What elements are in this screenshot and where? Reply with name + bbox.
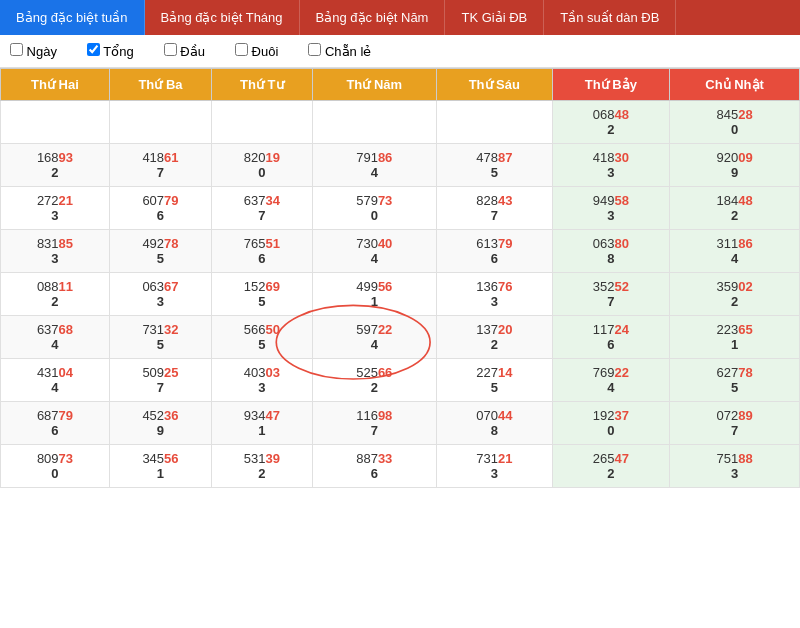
cell-main-8-4: 73121 <box>441 451 548 466</box>
cell-main-5-4: 13720 <box>441 322 548 337</box>
cell-red-1-4: 87 <box>498 150 512 165</box>
cell-sub-5-0: 4 <box>5 337 105 352</box>
cell-sub-6-0: 4 <box>5 380 105 395</box>
col-header-6: Chủ Nhật <box>670 69 800 101</box>
cell-red-3-6: 86 <box>738 236 752 251</box>
table-cell-8-5: 265472 <box>552 445 669 488</box>
cell-red-5-5: 24 <box>615 322 629 337</box>
table-cell-5-0: 637684 <box>1 316 110 359</box>
nav-tab-3[interactable]: TK Giải ĐB <box>445 0 544 35</box>
filter-label-4[interactable]: Chẵn lẻ <box>308 43 371 59</box>
filter-checkbox-4[interactable] <box>308 43 321 56</box>
filter-label-1[interactable]: Tổng <box>87 43 134 59</box>
table-cell-0-5: 068482 <box>552 101 669 144</box>
cell-sub-6-2: 3 <box>216 380 308 395</box>
cell-sub-8-5: 2 <box>557 466 665 481</box>
filter-checkbox-0[interactable] <box>10 43 23 56</box>
nav-tabs: Bảng đặc biệt tuầnBảng đặc biệt ThángBản… <box>0 0 800 35</box>
cell-sub-4-3: 1 <box>317 294 432 309</box>
col-header-1: Thứ Ba <box>109 69 211 101</box>
table-row: 8318534927857655167304046137960638083118… <box>1 230 800 273</box>
col-header-5: Thứ Bảy <box>552 69 669 101</box>
table-cell-2-4: 828437 <box>436 187 552 230</box>
cell-red-7-5: 37 <box>615 408 629 423</box>
cell-red-5-3: 22 <box>378 322 392 337</box>
cell-red-0-5: 48 <box>615 107 629 122</box>
cell-red-3-5: 80 <box>615 236 629 251</box>
table-cell-8-3: 887336 <box>312 445 436 488</box>
cell-red-4-5: 52 <box>615 279 629 294</box>
table-cell-5-3: 597224 <box>312 316 436 359</box>
cell-main-5-6: 22365 <box>674 322 795 337</box>
filter-item-0: Ngày <box>10 43 57 59</box>
col-header-0: Thứ Hai <box>1 69 110 101</box>
table-cell-4-4: 136763 <box>436 273 552 316</box>
filter-item-4: Chẵn lẻ <box>308 43 371 59</box>
cell-red-6-3: 66 <box>378 365 392 380</box>
col-header-3: Thứ Năm <box>312 69 436 101</box>
nav-tab-2[interactable]: Bảng đặc biệt Năm <box>300 0 446 35</box>
cell-main-7-3: 11698 <box>317 408 432 423</box>
filter-label-2[interactable]: Đầu <box>164 43 205 59</box>
table-cell-1-1: 418617 <box>109 144 211 187</box>
table-cell-3-1: 492785 <box>109 230 211 273</box>
cell-main-7-0: 68779 <box>5 408 105 423</box>
cell-red-0-6: 28 <box>738 107 752 122</box>
cell-main-3-5: 06380 <box>557 236 665 251</box>
cell-main-3-6: 31186 <box>674 236 795 251</box>
filter-checkbox-1[interactable] <box>87 43 100 56</box>
table-cell-6-5: 769224 <box>552 359 669 402</box>
cell-sub-7-2: 1 <box>216 423 308 438</box>
cell-red-4-1: 67 <box>164 279 178 294</box>
cell-main-5-1: 73132 <box>114 322 207 337</box>
col-header-4: Thứ Sáu <box>436 69 552 101</box>
filter-checkbox-2[interactable] <box>164 43 177 56</box>
filter-label-3[interactable]: Đuôi <box>235 43 278 59</box>
filter-label-0[interactable]: Ngày <box>10 43 57 59</box>
cell-main-4-0: 08811 <box>5 279 105 294</box>
cell-sub-2-3: 0 <box>317 208 432 223</box>
nav-tab-0[interactable]: Bảng đặc biệt tuần <box>0 0 145 35</box>
table-cell-6-3: 525662 <box>312 359 436 402</box>
table-cell-0-2 <box>211 101 312 144</box>
nav-tab-4[interactable]: Tần suất dàn ĐB <box>544 0 676 35</box>
cell-main-4-5: 35252 <box>557 279 665 294</box>
nav-tab-1[interactable]: Bảng đặc biệt Tháng <box>145 0 300 35</box>
cell-sub-4-5: 7 <box>557 294 665 309</box>
cell-sub-6-6: 5 <box>674 380 795 395</box>
table-cell-2-3: 579730 <box>312 187 436 230</box>
cell-sub-2-5: 3 <box>557 208 665 223</box>
cell-main-8-5: 26547 <box>557 451 665 466</box>
cell-main-8-2: 53139 <box>216 451 308 466</box>
table-cell-0-4 <box>436 101 552 144</box>
table-row: 6376847313255665055972241372021172462236… <box>1 316 800 359</box>
cell-main-3-1: 49278 <box>114 236 207 251</box>
cell-main-2-3: 57973 <box>317 193 432 208</box>
cell-main-2-2: 63734 <box>216 193 308 208</box>
cell-red-7-4: 44 <box>498 408 512 423</box>
filter-checkbox-3[interactable] <box>235 43 248 56</box>
table-cell-8-0: 809730 <box>1 445 110 488</box>
cell-red-1-1: 61 <box>164 150 178 165</box>
cell-main-7-2: 93447 <box>216 408 308 423</box>
cell-red-4-2: 69 <box>265 279 279 294</box>
cell-red-2-0: 21 <box>59 193 73 208</box>
cell-main-8-3: 88733 <box>317 451 432 466</box>
table-cell-4-0: 088112 <box>1 273 110 316</box>
cell-main-6-1: 50925 <box>114 365 207 380</box>
table-cell-2-0: 272213 <box>1 187 110 230</box>
table-row: 4310445092574030335256622271457692246277… <box>1 359 800 402</box>
cell-main-1-5: 41830 <box>557 150 665 165</box>
cell-red-6-0: 04 <box>59 365 73 380</box>
cell-sub-1-3: 4 <box>317 165 432 180</box>
cell-main-0-6: 84528 <box>674 107 795 122</box>
cell-main-6-4: 22714 <box>441 365 548 380</box>
cell-sub-3-3: 4 <box>317 251 432 266</box>
table-cell-7-2: 934471 <box>211 402 312 445</box>
table-cell-4-2: 152695 <box>211 273 312 316</box>
table-row: 8097303455615313928873367312132654727518… <box>1 445 800 488</box>
cell-sub-0-6: 0 <box>674 122 795 137</box>
cell-sub-8-1: 1 <box>114 466 207 481</box>
table-cell-6-1: 509257 <box>109 359 211 402</box>
cell-red-1-6: 09 <box>738 150 752 165</box>
